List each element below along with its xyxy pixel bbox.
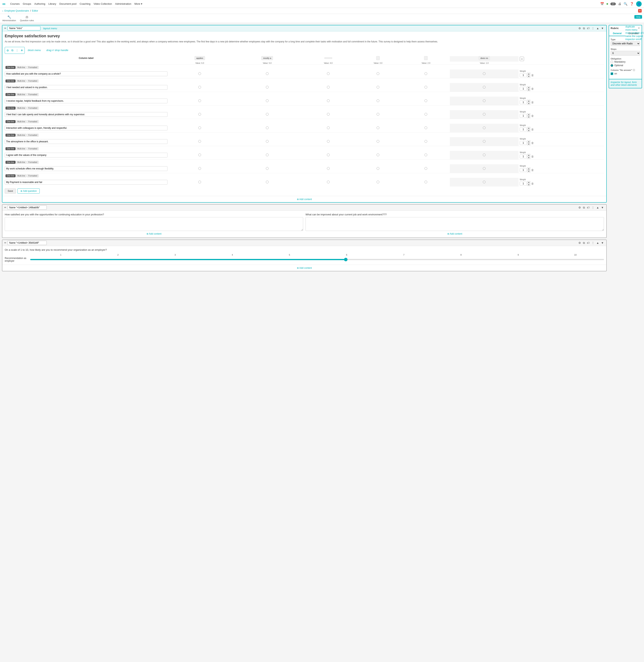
- weight-down-2[interactable]: ▼: [527, 102, 530, 105]
- radio-cell-0-2[interactable]: [302, 69, 354, 78]
- weight-up-5[interactable]: ▲: [527, 140, 530, 143]
- layout-name-input-3[interactable]: [7, 241, 47, 245]
- question-tab-multi-line[interactable]: Multi-line: [16, 107, 26, 110]
- layout-name-input[interactable]: [7, 26, 41, 30]
- radio-cell-5-5[interactable]: [450, 137, 519, 146]
- more-icon-btn-3[interactable]: ⋮: [591, 241, 595, 245]
- radio-cell-3-3[interactable]: [354, 110, 402, 119]
- weight-down-7[interactable]: ▼: [527, 170, 530, 173]
- radio-cell-5-0[interactable]: [167, 137, 232, 146]
- more-icon-btn-2[interactable]: ⋮: [591, 206, 595, 209]
- weight-input-5[interactable]: [520, 141, 527, 145]
- question-tab-formatted[interactable]: Formatted: [27, 161, 39, 164]
- delete-question-3[interactable]: 🗑: [531, 114, 534, 118]
- weight-up-4[interactable]: ▲: [527, 127, 530, 129]
- weight-up-2[interactable]: ▲: [527, 100, 530, 102]
- radio-cell-2-3[interactable]: [354, 97, 402, 106]
- radio-cell-4-4[interactable]: [402, 124, 450, 133]
- type-select[interactable]: Discrete with Radio Discrete with Checkb…: [611, 41, 640, 46]
- question-tab-one-line[interactable]: One line: [5, 79, 16, 83]
- question-tab-multi-line[interactable]: Multi-line: [16, 174, 26, 177]
- help-button[interactable]: Help: [635, 15, 642, 19]
- radio-cell-1-1[interactable]: [232, 83, 302, 92]
- radio-cell-0-5[interactable]: [450, 69, 519, 78]
- weight-input-3[interactable]: [520, 114, 527, 118]
- radio-cell-1-4[interactable]: [402, 83, 450, 92]
- radio-cell-1-0[interactable]: [167, 83, 232, 92]
- question-input-3[interactable]: [5, 112, 167, 117]
- radio-cell-6-2[interactable]: [302, 151, 354, 160]
- add-content-btn-3[interactable]: ⊕ Add content: [297, 267, 312, 269]
- collapse-icon-btn-3[interactable]: ▲: [596, 241, 600, 245]
- delete-question-6[interactable]: 🗑: [531, 155, 534, 158]
- tag-icon-btn-3[interactable]: 🏷: [586, 241, 590, 245]
- radio-cell-6-4[interactable]: [402, 151, 450, 160]
- weight-input-6[interactable]: [520, 155, 527, 158]
- radio-cell-5-1[interactable]: [232, 137, 302, 146]
- weight-up-3[interactable]: ▲: [527, 113, 530, 116]
- delete-question-8[interactable]: 🗑: [531, 182, 534, 185]
- radio-cell-1-5[interactable]: [450, 83, 519, 92]
- add-question-button[interactable]: ⊕ Add question: [18, 188, 40, 193]
- question-tab-multi-line[interactable]: Multi-line: [16, 134, 26, 137]
- question-tab-one-line[interactable]: One line: [5, 107, 16, 110]
- radio-cell-8-4[interactable]: [402, 178, 450, 186]
- weight-up-8[interactable]: ▲: [527, 181, 530, 183]
- radio-cell-2-2[interactable]: [302, 97, 354, 106]
- question-input-4[interactable]: [5, 125, 167, 130]
- inspector-close-btn[interactable]: ✕: [638, 26, 640, 30]
- nav-authoring[interactable]: Authoring: [34, 2, 45, 5]
- weight-input-4[interactable]: [520, 128, 527, 131]
- nav-coaching[interactable]: Coaching: [80, 2, 91, 5]
- back-button[interactable]: ‹: [2, 9, 3, 13]
- weight-input-2[interactable]: [520, 100, 527, 104]
- radio-cell-8-3[interactable]: [354, 178, 402, 186]
- question-tab-multi-line[interactable]: Multi-line: [16, 79, 26, 83]
- question-tab-formatted[interactable]: Formatted: [27, 174, 39, 177]
- radio-cell-7-3[interactable]: [354, 164, 402, 173]
- block-copy-btn[interactable]: ⧉: [10, 48, 14, 52]
- optional-radio[interactable]: [611, 64, 613, 67]
- radio-cell-2-5[interactable]: [450, 97, 519, 106]
- weight-down-6[interactable]: ▼: [527, 157, 530, 159]
- radio-cell-2-0[interactable]: [167, 97, 232, 106]
- weight-up-6[interactable]: ▲: [527, 154, 530, 156]
- radio-cell-8-2[interactable]: [302, 178, 354, 186]
- question-tab-one-line[interactable]: One line: [5, 93, 16, 96]
- radio-cell-5-4[interactable]: [402, 137, 450, 146]
- question-input-0[interactable]: [5, 71, 167, 76]
- weight-input-0[interactable]: [520, 73, 527, 77]
- delete-question-1[interactable]: 🗑: [531, 87, 534, 91]
- radio-cell-3-0[interactable]: [167, 110, 232, 119]
- radio-cell-6-0[interactable]: [167, 151, 232, 160]
- close-button[interactable]: ✕: [638, 9, 642, 13]
- radio-cell-0-4[interactable]: [402, 69, 450, 78]
- copy-icon-btn[interactable]: ⧉: [582, 26, 585, 30]
- delete-question-5[interactable]: 🗑: [531, 141, 534, 145]
- nav-document-pool[interactable]: Document pool: [59, 2, 76, 5]
- save-button[interactable]: Save: [5, 188, 16, 193]
- radio-cell-6-5[interactable]: [450, 151, 519, 160]
- nav-video-collection[interactable]: Video Collection: [94, 2, 112, 5]
- question-tab-formatted[interactable]: Formatted: [27, 120, 39, 123]
- radio-cell-8-0[interactable]: [167, 178, 232, 186]
- weight-input-7[interactable]: [520, 168, 527, 172]
- question-tab-one-line[interactable]: One line: [5, 134, 16, 137]
- question-tab-formatted[interactable]: Formatted: [27, 147, 39, 150]
- question-input-1[interactable]: [5, 85, 167, 90]
- expand-icon-btn[interactable]: ▼: [600, 26, 604, 30]
- radio-cell-4-1[interactable]: [232, 124, 302, 133]
- mandatory-option[interactable]: Mandatory: [611, 61, 640, 63]
- expand-table-btn[interactable]: ↔: [520, 57, 524, 61]
- radio-cell-8-5[interactable]: [450, 178, 519, 186]
- settings-icon-btn[interactable]: ⚙: [578, 26, 581, 30]
- radio-cell-8-1[interactable]: [232, 178, 302, 186]
- weight-down-1[interactable]: ▼: [527, 89, 530, 91]
- block-add-btn[interactable]: +: [20, 48, 24, 53]
- radio-cell-2-4[interactable]: [402, 97, 450, 106]
- question-input-5[interactable]: [5, 139, 167, 144]
- question-tab-one-line[interactable]: One line: [5, 66, 16, 69]
- weight-down-4[interactable]: ▼: [527, 129, 530, 132]
- radio-cell-2-1[interactable]: [232, 97, 302, 106]
- weight-up-7[interactable]: ▲: [527, 167, 530, 170]
